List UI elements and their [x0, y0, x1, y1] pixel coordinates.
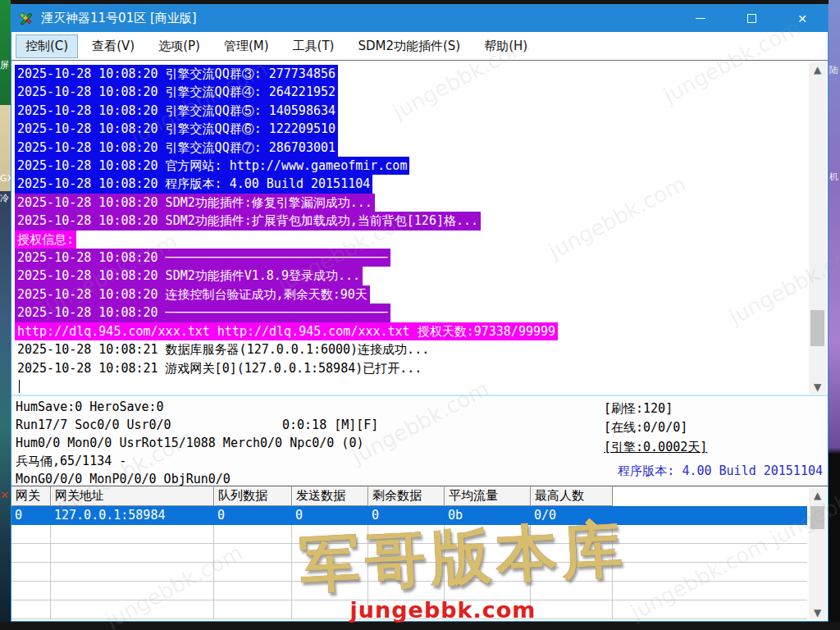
table-cell-empty: [292, 525, 368, 543]
log-area[interactable]: 2025-10-28 10:08:20 引擎交流QQ群③: 2777348562…: [11, 60, 828, 396]
taskbar-strip: [0, 622, 840, 630]
table-cell: 0: [214, 506, 292, 525]
close-button[interactable]: ✕: [777, 5, 828, 32]
column-header-3[interactable]: 发送数据: [292, 486, 368, 506]
scroll-down-icon[interactable]: ▼: [809, 605, 826, 619]
status-run-counts: Run17/7 Soc0/0 Usr0/0: [16, 418, 171, 432]
menu-item-3[interactable]: 管理(M): [214, 34, 279, 58]
log-line: 2025-10-28 10:08:20 程序版本: 4.00 Build 201…: [15, 175, 828, 193]
status-mon-counts: MonG0/0/0 MonP0/0/0 ObjRun0/0: [16, 472, 231, 486]
table-cell-empty: [214, 563, 292, 581]
table-cell-empty: [214, 525, 292, 543]
table-scrollbar[interactable]: ▲ ▼: [809, 488, 826, 619]
table-cell-empty: [531, 582, 613, 600]
table-cell-empty: [11, 600, 51, 619]
log-line-text: 2025-10-28 10:08:21 数据库服务器(127.0.0.1:600…: [15, 340, 431, 358]
status-panel: HumSave:0 HeroSave:0 Run17/7 Soc0/0 Usr0…: [11, 396, 828, 486]
column-header-1[interactable]: 网关地址: [51, 486, 214, 506]
table-cell-empty: [368, 525, 445, 543]
log-line: http://dlq.945.com/xxx.txt http://dlq.94…: [15, 322, 828, 340]
menu-item-2[interactable]: 选项(P): [148, 34, 210, 58]
status-map-progress: 兵马俑,65/1134 -: [16, 454, 126, 469]
status-online-count: [在线:0/0/0]: [604, 420, 687, 436]
menu-item-0[interactable]: 控制(C): [16, 34, 78, 58]
table-cell-empty: [292, 582, 368, 600]
column-header-6[interactable]: 最高人数: [531, 486, 613, 506]
desktop-icon-label-fragment: 屏: [0, 61, 11, 70]
menu-item-1[interactable]: 查看(V): [82, 34, 144, 58]
table-cell-empty: [531, 563, 613, 581]
log-line-text: 2025-10-28 10:08:20 SDM2功能插件:修复引擎漏洞成功...: [15, 194, 375, 212]
log-line-text: 授权信息:: [15, 231, 76, 249]
table-cell: 0: [11, 506, 51, 525]
menu-bar: 控制(C)查看(V)选项(P)管理(M)工具(T)SDM2功能插件(S)帮助(H…: [11, 32, 828, 60]
column-header-5[interactable]: 平均流量: [445, 486, 531, 506]
log-line: 2025-10-28 10:08:20 官方网站: http://www.gam…: [15, 157, 828, 175]
log-line: 2025-10-28 10:08:20 引擎交流QQ群④: 264221952: [15, 83, 828, 101]
table-cell-empty: [51, 582, 214, 600]
log-line: 2025-10-28 10:08:20 引擎交流QQ群⑥: 122209510: [15, 120, 828, 138]
table-cell-empty: [51, 525, 214, 543]
maximize-button[interactable]: [726, 5, 777, 32]
table-cell: 0/0: [531, 506, 613, 525]
log-line: 2025-10-28 10:08:20 ────────────────────…: [15, 304, 828, 322]
table-cell-empty: [368, 600, 445, 619]
minimize-button[interactable]: [675, 5, 726, 32]
table-cell-empty: [368, 544, 445, 562]
log-line: 授权信息:: [15, 231, 828, 249]
log-line-text: 2025-10-28 10:08:21 游戏网关[0](127.0.0.1:58…: [15, 359, 424, 377]
table-cell-empty: [51, 563, 214, 581]
column-header-2[interactable]: 队列数据: [214, 486, 292, 506]
log-line: 2025-10-28 10:08:20 ────────────────────…: [15, 249, 828, 267]
log-scrollbar[interactable]: ▲ ▼: [809, 62, 826, 394]
status-object-counts: Hum0/0 Mon0/0 UsrRot15/1088 Merch0/0 Npc…: [16, 436, 363, 450]
log-line: 2025-10-28 10:08:20 SDM2功能插件V1.8.9登录成功..…: [15, 267, 828, 285]
desktop-wallpaper-blue: [0, 191, 11, 622]
log-line-text: 2025-10-28 10:08:20 引擎交流QQ群⑤: 140598634: [15, 102, 338, 120]
log-line: 2025-10-28 10:08:21 数据库服务器(127.0.0.1:600…: [15, 340, 828, 358]
log-line-text: 2025-10-28 10:08:20 连接控制台验证成功,剩余天数:90天: [15, 285, 370, 304]
table-row[interactable]: 0127.0.0.1:589840000b0/0: [11, 506, 807, 525]
status-monster-refresh: [刷怪:120]: [604, 401, 673, 417]
table-scrollbar-thumb[interactable]: [810, 506, 824, 529]
table-cell-empty: [445, 600, 531, 619]
window-controls: ✕: [675, 5, 828, 32]
table-cell: 127.0.0.1:58984: [51, 506, 214, 525]
log-line: 2025-10-28 10:08:20 引擎交流QQ群⑤: 140598634: [15, 102, 828, 120]
log-line-text: 2025-10-28 10:08:20 SDM2功能插件:扩展背包加载成功,当前…: [15, 212, 481, 230]
desktop-icon-label-fragment: 陆: [829, 66, 840, 75]
text-caret: [19, 380, 20, 393]
title-bar[interactable]: 湮灭神器11号01区 [商业版] ✕: [11, 5, 828, 32]
gateway-table: 网关网关地址队列数据发送数据剩余数据平均流量最高人数 0127.0.0.1:58…: [11, 486, 828, 621]
log-line-text: 2025-10-28 10:08:20 官方网站: http://www.gam…: [15, 157, 409, 175]
desktop-right-strip: 陆 机: [829, 0, 840, 622]
table-cell-empty: [292, 600, 368, 619]
table-cell-empty: [51, 600, 214, 619]
status-engine-days-link[interactable]: [引擎:0.0002天]: [604, 440, 707, 455]
column-header-4[interactable]: 剩余数据: [368, 486, 445, 506]
log-scrollbar-thumb[interactable]: [810, 310, 824, 346]
scroll-up-icon[interactable]: ▲: [809, 488, 826, 502]
table-cell-empty: [11, 563, 51, 581]
scroll-up-icon[interactable]: ▲: [809, 62, 826, 76]
table-cell-filler: [613, 600, 807, 619]
table-cell-empty: [11, 544, 51, 562]
log-line: 2025-10-28 10:08:20 连接控制台验证成功,剩余天数:90天: [15, 285, 828, 304]
table-cell-empty: [214, 544, 292, 562]
table-cell-empty: [531, 544, 613, 562]
scroll-down-icon[interactable]: ▼: [809, 380, 826, 394]
table-cell: 0: [292, 506, 368, 525]
table-cell: 0b: [445, 506, 531, 525]
desktop-icon-label-fragment: 机: [829, 172, 840, 181]
column-header-0[interactable]: 网关: [11, 486, 51, 506]
table-row-empty: [11, 563, 807, 582]
table-cell-empty: [292, 544, 368, 562]
table-cell-empty: [445, 544, 531, 562]
menu-item-4[interactable]: 工具(T): [283, 34, 345, 58]
table-cell: 0: [368, 506, 445, 525]
menu-item-6[interactable]: 帮助(H): [474, 34, 537, 58]
log-line: 2025-10-28 10:08:20 SDM2功能插件:扩展背包加载成功,当前…: [15, 212, 828, 230]
table-cell-empty: [51, 544, 214, 562]
table-cell-empty: [292, 563, 368, 581]
menu-item-5[interactable]: SDM2功能插件(S): [348, 34, 470, 58]
